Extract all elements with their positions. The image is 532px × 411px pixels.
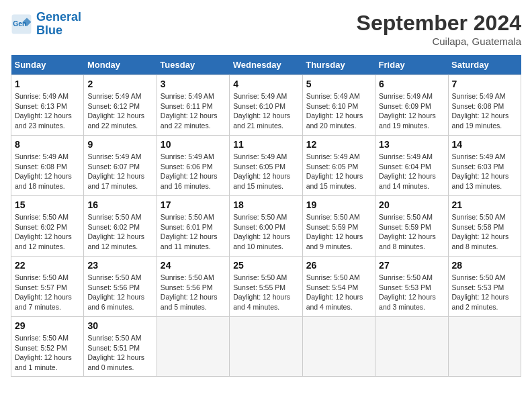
day-info: Sunrise: 5:50 AM Sunset: 5:52 PM Dayligh…	[15, 333, 80, 373]
day-number: 8	[15, 139, 80, 150]
day-number: 3	[161, 79, 226, 89]
day-info: Sunrise: 5:49 AM Sunset: 6:05 PM Dayligh…	[233, 152, 298, 191]
calendar-week-row: 15 Sunrise: 5:50 AM Sunset: 6:02 PM Dayl…	[11, 196, 521, 257]
day-number: 5	[306, 79, 371, 89]
header-thursday: Thursday	[302, 55, 375, 75]
day-number: 17	[161, 199, 226, 210]
day-info: Sunrise: 5:50 AM Sunset: 6:02 PM Dayligh…	[87, 212, 152, 252]
month-title: September 2024	[357, 11, 521, 36]
calendar-cell: 27 Sunrise: 5:50 AM Sunset: 5:53 PM Dayl…	[375, 257, 448, 317]
day-number: 27	[379, 260, 444, 271]
day-number: 20	[379, 199, 444, 210]
logo-icon: Gen	[11, 13, 32, 35]
day-info: Sunrise: 5:50 AM Sunset: 6:01 PM Dayligh…	[161, 212, 226, 252]
day-info: Sunrise: 5:49 AM Sunset: 6:11 PM Dayligh…	[161, 91, 226, 131]
calendar-week-row: 22 Sunrise: 5:50 AM Sunset: 5:57 PM Dayl…	[11, 257, 521, 317]
day-number: 10	[161, 139, 226, 150]
day-number: 22	[15, 260, 80, 271]
calendar-cell: 29 Sunrise: 5:50 AM Sunset: 5:52 PM Dayl…	[11, 317, 84, 377]
calendar-cell: 7 Sunrise: 5:49 AM Sunset: 6:08 PM Dayli…	[448, 75, 521, 136]
day-info: Sunrise: 5:49 AM Sunset: 6:05 PM Dayligh…	[306, 152, 371, 191]
day-number: 15	[15, 199, 80, 210]
day-number: 4	[233, 79, 298, 89]
calendar-header-row: Sunday Monday Tuesday Wednesday Thursday…	[11, 55, 521, 75]
day-number: 13	[379, 139, 444, 150]
page-header: Gen General Blue September 2024 Cuilapa,…	[11, 11, 521, 47]
day-info: Sunrise: 5:49 AM Sunset: 6:09 PM Dayligh…	[379, 91, 444, 131]
calendar-cell: 1 Sunrise: 5:49 AM Sunset: 6:13 PM Dayli…	[11, 75, 84, 136]
calendar-cell: 16 Sunrise: 5:50 AM Sunset: 6:02 PM Dayl…	[84, 196, 157, 257]
day-info: Sunrise: 5:50 AM Sunset: 6:00 PM Dayligh…	[233, 212, 298, 252]
day-number: 2	[87, 79, 152, 89]
calendar-cell: 20 Sunrise: 5:50 AM Sunset: 5:59 PM Dayl…	[375, 196, 448, 257]
calendar-cell: 23 Sunrise: 5:50 AM Sunset: 5:56 PM Dayl…	[84, 257, 157, 317]
calendar-cell: 21 Sunrise: 5:50 AM Sunset: 5:58 PM Dayl…	[448, 196, 521, 257]
day-number: 11	[233, 139, 298, 150]
logo: Gen General Blue	[11, 11, 81, 38]
calendar-cell: 17 Sunrise: 5:50 AM Sunset: 6:01 PM Dayl…	[157, 196, 229, 257]
day-info: Sunrise: 5:49 AM Sunset: 6:12 PM Dayligh…	[87, 91, 152, 131]
day-number: 9	[87, 139, 152, 150]
day-info: Sunrise: 5:50 AM Sunset: 5:53 PM Dayligh…	[379, 273, 444, 312]
day-info: Sunrise: 5:49 AM Sunset: 6:08 PM Dayligh…	[452, 91, 517, 131]
calendar-cell: 6 Sunrise: 5:49 AM Sunset: 6:09 PM Dayli…	[375, 75, 448, 136]
day-number: 23	[87, 260, 152, 271]
calendar-week-row: 8 Sunrise: 5:49 AM Sunset: 6:08 PM Dayli…	[11, 136, 521, 196]
calendar-cell: 19 Sunrise: 5:50 AM Sunset: 5:59 PM Dayl…	[302, 196, 375, 257]
day-number: 6	[379, 79, 444, 89]
calendar-cell: 14 Sunrise: 5:49 AM Sunset: 6:03 PM Dayl…	[448, 136, 521, 196]
day-number: 7	[452, 79, 517, 89]
calendar-cell: 11 Sunrise: 5:49 AM Sunset: 6:05 PM Dayl…	[230, 136, 302, 196]
day-info: Sunrise: 5:49 AM Sunset: 6:06 PM Dayligh…	[161, 152, 226, 191]
calendar-cell: 24 Sunrise: 5:50 AM Sunset: 5:56 PM Dayl…	[157, 257, 229, 317]
day-number: 12	[306, 139, 371, 150]
day-number: 30	[87, 320, 152, 331]
day-number: 21	[452, 199, 517, 210]
day-number: 1	[15, 79, 80, 89]
day-number: 26	[306, 260, 371, 271]
calendar-cell: 15 Sunrise: 5:50 AM Sunset: 6:02 PM Dayl…	[11, 196, 84, 257]
calendar-cell: 4 Sunrise: 5:49 AM Sunset: 6:10 PM Dayli…	[230, 75, 302, 136]
day-info: Sunrise: 5:50 AM Sunset: 5:57 PM Dayligh…	[15, 273, 80, 312]
day-info: Sunrise: 5:50 AM Sunset: 5:58 PM Dayligh…	[452, 212, 517, 252]
day-number: 16	[87, 199, 152, 210]
day-number: 28	[452, 260, 517, 271]
day-info: Sunrise: 5:49 AM Sunset: 6:08 PM Dayligh…	[15, 152, 80, 191]
calendar-cell: 8 Sunrise: 5:49 AM Sunset: 6:08 PM Dayli…	[11, 136, 84, 196]
header-tuesday: Tuesday	[157, 55, 229, 75]
day-info: Sunrise: 5:49 AM Sunset: 6:03 PM Dayligh…	[452, 152, 517, 191]
day-info: Sunrise: 5:50 AM Sunset: 5:56 PM Dayligh…	[87, 273, 152, 312]
header-sunday: Sunday	[11, 55, 84, 75]
calendar-week-row: 29 Sunrise: 5:50 AM Sunset: 5:52 PM Dayl…	[11, 317, 521, 377]
calendar-cell: 25 Sunrise: 5:50 AM Sunset: 5:55 PM Dayl…	[230, 257, 302, 317]
location-subtitle: Cuilapa, Guatemala	[357, 36, 521, 47]
title-block: September 2024 Cuilapa, Guatemala	[357, 11, 521, 47]
day-info: Sunrise: 5:49 AM Sunset: 6:10 PM Dayligh…	[306, 91, 371, 131]
calendar-cell: 3 Sunrise: 5:49 AM Sunset: 6:11 PM Dayli…	[157, 75, 229, 136]
day-info: Sunrise: 5:50 AM Sunset: 5:51 PM Dayligh…	[87, 333, 152, 373]
day-info: Sunrise: 5:50 AM Sunset: 5:54 PM Dayligh…	[306, 273, 371, 312]
day-number: 24	[161, 260, 226, 271]
calendar-cell: 26 Sunrise: 5:50 AM Sunset: 5:54 PM Dayl…	[302, 257, 375, 317]
day-number: 14	[452, 139, 517, 150]
calendar-cell	[230, 317, 302, 377]
day-info: Sunrise: 5:49 AM Sunset: 6:10 PM Dayligh…	[233, 91, 298, 131]
header-wednesday: Wednesday	[230, 55, 302, 75]
day-info: Sunrise: 5:50 AM Sunset: 5:55 PM Dayligh…	[233, 273, 298, 312]
day-info: Sunrise: 5:49 AM Sunset: 6:13 PM Dayligh…	[15, 91, 80, 131]
day-info: Sunrise: 5:49 AM Sunset: 6:04 PM Dayligh…	[379, 152, 444, 191]
calendar-cell: 13 Sunrise: 5:49 AM Sunset: 6:04 PM Dayl…	[375, 136, 448, 196]
calendar-cell: 28 Sunrise: 5:50 AM Sunset: 5:53 PM Dayl…	[448, 257, 521, 317]
calendar-cell: 5 Sunrise: 5:49 AM Sunset: 6:10 PM Dayli…	[302, 75, 375, 136]
day-info: Sunrise: 5:50 AM Sunset: 5:59 PM Dayligh…	[379, 212, 444, 252]
day-info: Sunrise: 5:50 AM Sunset: 5:56 PM Dayligh…	[161, 273, 226, 312]
day-info: Sunrise: 5:50 AM Sunset: 6:02 PM Dayligh…	[15, 212, 80, 252]
day-number: 29	[15, 320, 80, 331]
calendar-cell	[157, 317, 229, 377]
day-info: Sunrise: 5:50 AM Sunset: 5:59 PM Dayligh…	[306, 212, 371, 252]
day-info: Sunrise: 5:50 AM Sunset: 5:53 PM Dayligh…	[452, 273, 517, 312]
day-info: Sunrise: 5:49 AM Sunset: 6:07 PM Dayligh…	[87, 152, 152, 191]
calendar-cell: 18 Sunrise: 5:50 AM Sunset: 6:00 PM Dayl…	[230, 196, 302, 257]
calendar-cell: 10 Sunrise: 5:49 AM Sunset: 6:06 PM Dayl…	[157, 136, 229, 196]
calendar-cell: 2 Sunrise: 5:49 AM Sunset: 6:12 PM Dayli…	[84, 75, 157, 136]
